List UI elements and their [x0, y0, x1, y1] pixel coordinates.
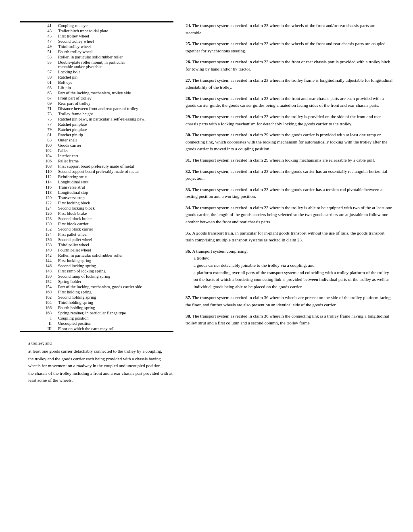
claim-block: 38. The transport system as recited in c… [186, 313, 393, 327]
claim-block: 26. The transport system as recited in c… [186, 58, 393, 73]
ref-object: Spring holder [56, 279, 173, 284]
ref-num: 128 [20, 216, 56, 221]
ref-object: Second support board preferably made of … [56, 169, 173, 174]
table-row: 154Part of the locking mechanism, goods … [20, 284, 173, 289]
ref-object: Second block carrier [56, 227, 173, 232]
ref-num: 83 [20, 137, 56, 143]
ref-object: Ratchet pin plate [56, 122, 173, 127]
table-row: 47Second trolley wheel [20, 39, 173, 44]
ref-num: 79 [20, 127, 56, 132]
left-column: 41Coupling rod eye43Trailer hitch trapez… [20, 18, 173, 384]
ref-object: Uncoupled position [56, 321, 173, 326]
table-row: 134First pallet wheel [20, 232, 173, 237]
claim-block: 37. The transport system as recited in c… [186, 294, 393, 308]
ref-num: 69 [20, 101, 56, 106]
reference-table: 41Coupling rod eye43Trailer hitch trapez… [20, 21, 173, 332]
ref-num: 146 [20, 263, 56, 268]
claim-block: 25. The transport system as recited in c… [186, 40, 393, 54]
ref-num: 134 [20, 232, 56, 237]
ref-num: 59 [20, 75, 56, 80]
ref-object: Pallet frame [56, 158, 173, 164]
table-row: 150Second ramp of locking spring [20, 274, 173, 279]
main-content: 41Coupling rod eye43Trailer hitch trapez… [20, 18, 393, 384]
table-row: 142Roller, in particular solid rubber ro… [20, 253, 173, 258]
ref-num: 160 [20, 289, 56, 295]
ref-object: Second trolley wheel [56, 39, 173, 44]
claim-block: 31. The transport system as recited in c… [186, 157, 393, 164]
table-row: 166Fourth holding spring [20, 305, 173, 310]
ref-object: Bolt eye [56, 80, 173, 85]
table-row: 55Double-plate roller mount, in particul… [20, 60, 173, 69]
ref-num: 110 [20, 169, 56, 174]
table-row: 108First support board preferably made o… [20, 164, 173, 169]
ref-object: First locking block [56, 200, 173, 206]
claim-block: 36. A transport system comprising:a trol… [186, 248, 393, 291]
ref-num: 45 [20, 33, 56, 39]
ref-object: Second locking spring [56, 263, 173, 268]
claim-block: 32. The transport system as recited in c… [186, 168, 393, 182]
ref-num: 152 [20, 279, 56, 284]
ref-num: 150 [20, 274, 56, 279]
right-claims: 24. The transport system as recited in c… [186, 22, 393, 327]
ref-object: Roller, in particular solid rubber rolle… [56, 54, 173, 60]
ref-object: Ratchet pin tip [56, 132, 173, 137]
table-row: 132Second block carrier [20, 227, 173, 232]
ref-num: 53 [20, 54, 56, 60]
ref-num: 106 [20, 158, 56, 164]
ref-num: 118 [20, 190, 56, 195]
claim-text: 26. The transport system as recited in c… [186, 58, 393, 73]
table-row: 61Bolt eye [20, 80, 173, 85]
ref-num: 75 [20, 116, 56, 122]
ref-num: 162 [20, 295, 56, 300]
table-row: 106Pallet frame [20, 158, 173, 164]
ref-num: 116 [20, 185, 56, 190]
table-row: 43Trailer hitch trapezoidal plate [20, 28, 173, 33]
ref-num: III [20, 326, 56, 332]
ref-object: Second block brake [56, 216, 173, 221]
ref-num: 49 [20, 44, 56, 49]
claim-text: 31. The transport system as recited in c… [186, 157, 393, 164]
ref-object: Ratchet pin plate [56, 127, 173, 132]
table-row: 164Third holding spring [20, 300, 173, 305]
ref-object: Transverse strut [56, 185, 173, 190]
table-row: 128Second block brake [20, 216, 173, 221]
ref-num: 41 [20, 23, 56, 29]
claim-text: 29. The transport system as recited in c… [186, 113, 393, 127]
table-row: 83Outer shell [20, 137, 173, 143]
ref-object: Second locking block [56, 206, 173, 211]
table-row: 100Goods carrier [20, 143, 173, 148]
claim-subitem: a goods carrier detachably joinable to t… [194, 262, 393, 269]
ref-object: Fourth pallet wheel [56, 247, 173, 253]
ref-num: 65 [20, 90, 56, 96]
ref-object: Outer shell [56, 137, 173, 143]
ref-object: Interior cart [56, 153, 173, 158]
ref-num: 57 [20, 69, 56, 75]
table-row: 104Interior cart [20, 153, 173, 158]
table-row: 57Locking bolt [20, 69, 173, 75]
ref-object: Trolley frame height [56, 111, 173, 116]
ref-object: Floor on which the carts may roll [56, 326, 173, 332]
ref-num: 164 [20, 300, 56, 305]
table-row: 65Part of the locking mechanism, trolley… [20, 90, 173, 96]
table-row: 168Spring retainer, in particular flange… [20, 310, 173, 316]
claim-text: 35. A goods transport train, in particul… [186, 230, 393, 244]
ref-object: Coupling position [56, 316, 173, 321]
table-row: 162Second holding spring [20, 295, 173, 300]
claim-block: 27. The transport system as recited in c… [186, 77, 393, 91]
ref-num: 122 [20, 200, 56, 206]
table-row: 126First block brake [20, 211, 173, 216]
ref-num: 73 [20, 111, 56, 116]
claim-item: at least one goods carrier detachably co… [28, 348, 173, 355]
table-row: 124Second locking block [20, 206, 173, 211]
table-row: 160First holding spring [20, 289, 173, 295]
claim-block: 35. A goods transport train, in particul… [186, 230, 393, 244]
ref-num: 132 [20, 227, 56, 232]
claim-block: 33. The transport system as recited in c… [186, 186, 393, 200]
ref-num: 136 [20, 237, 56, 242]
ref-object: Fourth holding spring [56, 305, 173, 310]
table-row: 45First trolley wheel [20, 33, 173, 39]
claim-main-text: 36. A transport system comprising: [186, 248, 393, 255]
claims-section-left: a trolley; andat least one goods carrier… [20, 340, 173, 383]
ref-num: 81 [20, 132, 56, 137]
table-row: 114Longitudinal strut [20, 179, 173, 185]
